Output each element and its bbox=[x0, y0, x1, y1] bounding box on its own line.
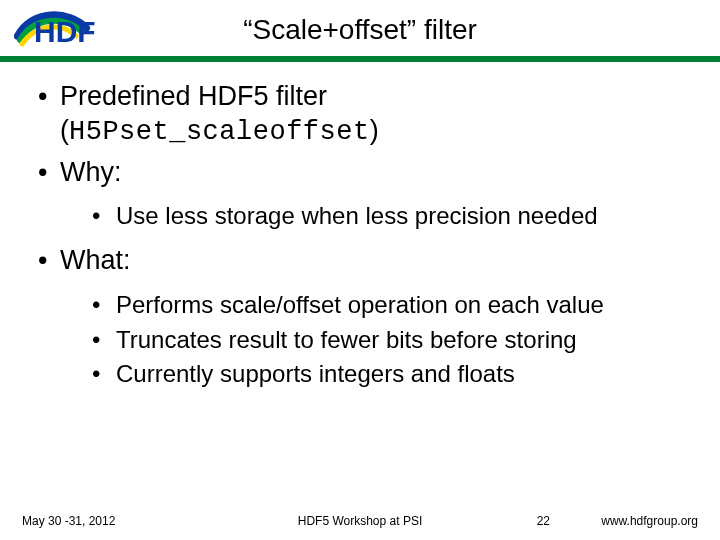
why-item: Use less storage when less precision nee… bbox=[92, 199, 698, 234]
what-item: Performs scale/offset operation on each … bbox=[92, 288, 698, 323]
slide: HDF “Scale+offset” filter Predefined HDF… bbox=[0, 0, 720, 540]
what-label: What: bbox=[60, 245, 131, 275]
paren-open: ( bbox=[60, 115, 69, 145]
header-rule bbox=[0, 56, 720, 62]
footer-url: www.hdfgroup.org bbox=[601, 514, 698, 528]
header: HDF “Scale+offset” filter bbox=[0, 0, 720, 58]
paren-close: ) bbox=[370, 115, 379, 145]
why-sublist: Use less storage when less precision nee… bbox=[60, 199, 698, 234]
bullet-list: Predefined HDF5 filter (H5Pset_scaleoffs… bbox=[38, 80, 698, 392]
bullet-predefined: Predefined HDF5 filter (H5Pset_scaleoffs… bbox=[38, 80, 698, 150]
what-item: Currently supports integers and floats bbox=[92, 357, 698, 392]
footer-page: 22 bbox=[537, 514, 550, 528]
what-sublist: Performs scale/offset operation on each … bbox=[60, 288, 698, 392]
bullet-what: What: Performs scale/offset operation on… bbox=[38, 244, 698, 392]
predefined-text: Predefined HDF5 filter bbox=[60, 81, 327, 111]
slide-title: “Scale+offset” filter bbox=[0, 14, 720, 46]
predefined-code: H5Pset_scaleoffset bbox=[69, 117, 370, 147]
footer: May 30 -31, 2012 HDF5 Workshop at PSI 22… bbox=[0, 506, 720, 528]
slide-body: Predefined HDF5 filter (H5Pset_scaleoffs… bbox=[38, 80, 698, 402]
why-label: Why: bbox=[60, 157, 122, 187]
what-item: Truncates result to fewer bits before st… bbox=[92, 323, 698, 358]
predefined-code-line: (H5Pset_scaleoffset) bbox=[60, 115, 379, 145]
bullet-why: Why: Use less storage when less precisio… bbox=[38, 156, 698, 235]
